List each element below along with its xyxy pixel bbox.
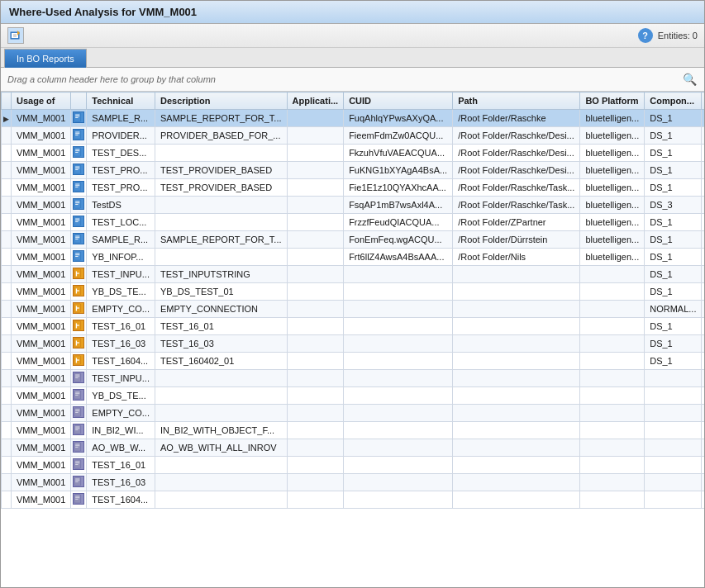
table-row[interactable]: VMM_M001TEST_16_01 bbox=[2, 457, 705, 474]
table-row[interactable]: VMM_M001YB_DS_TE...YB_DS_TEST_01DS_1 bbox=[2, 283, 705, 301]
cell-cuid bbox=[344, 457, 453, 474]
cell-cuid bbox=[344, 422, 453, 439]
svg-rect-64 bbox=[75, 392, 79, 393]
table-row[interactable]: VMM_M001TEST_PRO...TEST_PROVIDER_BASEDFi… bbox=[2, 179, 705, 197]
cell-cuid bbox=[344, 266, 453, 283]
col-header-description[interactable]: Description bbox=[155, 92, 287, 110]
cell-type-icon bbox=[71, 179, 87, 197]
table-row[interactable]: VMM_M001TEST_LOC...FrzzfFeudQIACQUA.../R… bbox=[2, 214, 705, 231]
table-row[interactable]: VMM_M001TEST_16_03 bbox=[2, 474, 705, 491]
cell-bo-platform bbox=[580, 318, 645, 335]
cell-path: /Root Folder/Nils bbox=[453, 249, 580, 266]
cell-application bbox=[287, 110, 344, 127]
cell-cuid bbox=[344, 439, 453, 457]
cell-usage-of: VMM_M001 bbox=[12, 214, 71, 231]
cell-component2 bbox=[702, 387, 704, 405]
help-button[interactable]: ? bbox=[638, 28, 653, 43]
cell-description: SAMPLE_REPORT_FOR_T... bbox=[155, 110, 287, 127]
cell-application bbox=[287, 231, 344, 249]
cell-description: EMPTY_CONNECTION bbox=[155, 301, 287, 318]
cell-cuid: Fie1E1z10QYAXhcAA... bbox=[344, 179, 453, 197]
cell-description: TEST_16_01 bbox=[155, 318, 287, 335]
cell-bo-platform: bluetelligen... bbox=[580, 127, 645, 145]
table-row[interactable]: VMM_M001TEST_DES...FkzuhVfuVAEACQUA.../R… bbox=[2, 145, 705, 162]
cell-path bbox=[453, 301, 580, 318]
svg-rect-40 bbox=[75, 256, 78, 257]
row-selector bbox=[2, 474, 12, 491]
cell-application bbox=[287, 370, 344, 387]
cell-description: SAMPLE_REPORT_FOR_T... bbox=[155, 231, 287, 249]
cell-type-icon bbox=[71, 266, 87, 283]
cell-usage-of: VMM_M001 bbox=[12, 283, 71, 301]
cell-type-icon bbox=[71, 162, 87, 179]
cell-path bbox=[453, 474, 580, 491]
cell-application bbox=[287, 491, 344, 509]
table-row[interactable]: VMM_M001TEST_1604...TEST_160402_01DS_1 bbox=[2, 353, 705, 370]
cell-description bbox=[155, 249, 287, 266]
table-row[interactable]: VMM_M001TestDSFsqAP1mB7wsAxl4A.../Root F… bbox=[2, 197, 705, 214]
table-row[interactable]: VMM_M001TEST_1604... bbox=[2, 491, 705, 509]
table-row[interactable]: VMM_M001TEST_16_03TEST_16_03DS_1 bbox=[2, 335, 705, 353]
cell-cuid: FuqAhlqYPwsAXyQA... bbox=[344, 110, 453, 127]
cell-component1: DS_1 bbox=[645, 145, 702, 162]
svg-rect-34 bbox=[75, 236, 79, 237]
col-header-path[interactable]: Path bbox=[453, 92, 580, 110]
table-row[interactable]: VMM_M001SAMPLE_R...SAMPLE_REPORT_FOR_T..… bbox=[2, 231, 705, 249]
tab-in-bo-reports[interactable]: In BO Reports bbox=[4, 49, 87, 68]
cell-path: /Root Folder/Dürrstein bbox=[453, 231, 580, 249]
col-header-bo-platform[interactable]: BO Platform bbox=[580, 92, 645, 110]
cell-usage-of: VMM_M001 bbox=[12, 335, 71, 353]
main-window: Where-Used Analysis for VMM_M001 ? Entit… bbox=[0, 0, 705, 588]
type-icon bbox=[73, 424, 84, 435]
cell-component2 bbox=[702, 266, 704, 283]
cell-bo-platform bbox=[580, 474, 645, 491]
table-row[interactable]: VMM_M001EMPTY_CO...EMPTY_CONNECTIONNORMA… bbox=[2, 301, 705, 318]
type-icon bbox=[73, 406, 84, 418]
cell-description bbox=[155, 387, 287, 405]
table-row[interactable]: VMM_M001IN_BI2_WI...IN_BI2_WITH_OBJECT_F… bbox=[2, 422, 705, 439]
cell-description: TEST_16_03 bbox=[155, 335, 287, 353]
table-row[interactable]: VMM_M001EMPTY_CO... bbox=[2, 405, 705, 422]
cell-component2: DATA... bbox=[702, 110, 704, 127]
col-header-technical[interactable]: Technical bbox=[87, 92, 155, 110]
type-icon bbox=[73, 268, 84, 279]
table-row[interactable]: VMM_M001TEST_INPU... bbox=[2, 370, 705, 387]
col-header-component1[interactable]: Compon... bbox=[645, 92, 702, 110]
row-selector bbox=[2, 457, 12, 474]
cell-type-icon bbox=[71, 214, 87, 231]
table-row[interactable]: VMM_M001PROVIDER...PROVIDER_BASED_FOR_..… bbox=[2, 127, 705, 145]
svg-rect-66 bbox=[75, 395, 78, 396]
table-container[interactable]: Usage of Technical Description Applicati… bbox=[1, 92, 704, 587]
svg-rect-27 bbox=[75, 202, 79, 203]
type-icon bbox=[73, 493, 84, 505]
cell-application bbox=[287, 405, 344, 422]
col-header-cuid[interactable]: CUID bbox=[344, 92, 453, 110]
table-row[interactable]: VMM_M001TEST_16_01TEST_16_01DS_1 bbox=[2, 318, 705, 335]
col-header-application[interactable]: Applicati... bbox=[287, 92, 344, 110]
row-selector bbox=[2, 353, 12, 370]
cell-technical: YB_DS_TE... bbox=[87, 387, 155, 405]
cell-cuid bbox=[344, 353, 453, 370]
cell-technical: TEST_INPU... bbox=[87, 370, 155, 387]
table-row[interactable]: VMM_M001YB_INFOP...Frt6llZ4AwsA4BsAAA...… bbox=[2, 249, 705, 266]
table-row[interactable]: VMM_M001YB_DS_TE... bbox=[2, 387, 705, 405]
col-header-usage-of[interactable]: Usage of bbox=[12, 92, 71, 110]
cell-path bbox=[453, 283, 580, 301]
row-selector bbox=[2, 162, 12, 179]
table-row[interactable]: VMM_M001TEST_INPU...TEST_INPUTSTRINGDS_1 bbox=[2, 266, 705, 283]
cell-application bbox=[287, 457, 344, 474]
search-button[interactable]: 🔍 bbox=[681, 71, 698, 88]
toolbar: ? Entities: 0 bbox=[1, 24, 704, 48]
type-icon bbox=[73, 250, 84, 262]
table-row[interactable]: VMM_M001TEST_PRO...TEST_PROVIDER_BASEDFu… bbox=[2, 162, 705, 179]
cell-application bbox=[287, 335, 344, 353]
row-selector bbox=[2, 266, 12, 283]
cell-component1 bbox=[645, 422, 702, 439]
table-row[interactable]: VMM_M001AO_WB_W...AO_WB_WITH_ALL_INROV bbox=[2, 439, 705, 457]
cell-component1 bbox=[645, 439, 702, 457]
cell-description bbox=[155, 474, 287, 491]
export-icon[interactable] bbox=[7, 27, 24, 44]
table-row[interactable]: ▶VMM_M001SAMPLE_R...SAMPLE_REPORT_FOR_T.… bbox=[2, 110, 705, 127]
cell-component2 bbox=[702, 353, 704, 370]
col-header-component2[interactable]: Compo... bbox=[702, 92, 704, 110]
